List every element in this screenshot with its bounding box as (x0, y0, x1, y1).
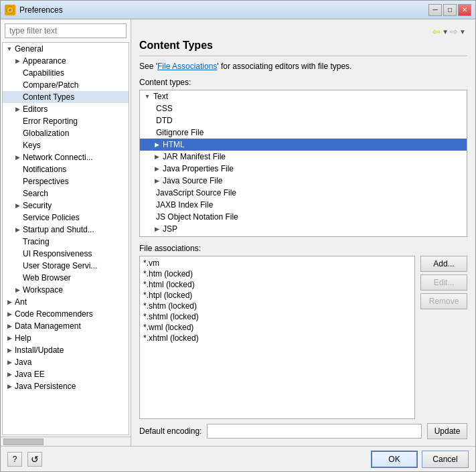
ct-row-html[interactable]: ▶ HTML (140, 139, 467, 151)
tree-item-perspectives[interactable]: ▶ Perspectives (3, 175, 129, 187)
tree-item-user-storage[interactable]: ▶ User Storage Servi... (3, 260, 129, 272)
ct-label-text: Text (152, 92, 168, 101)
tree-label-user-storage: User Storage Servi... (21, 260, 98, 271)
tree-item-java-ee[interactable]: ▶ Java EE (3, 368, 129, 380)
nav-toolbar: ⇦ ▼ ⇨ ▼ (139, 26, 467, 37)
update-button[interactable]: Update (427, 423, 467, 439)
arrow-general: ▼ (5, 45, 13, 53)
edit-button[interactable]: Edit... (420, 274, 467, 291)
tree-item-help[interactable]: ▶ Help (3, 332, 129, 344)
tree-item-startup[interactable]: ▶ Startup and Shutd... (3, 224, 129, 236)
forward-dropdown[interactable]: ▼ (459, 26, 466, 37)
ct-label-jaxb: JAXB Index File (155, 200, 213, 210)
forward-button[interactable]: ⇨ (450, 26, 458, 37)
help-icon: ? (13, 455, 17, 464)
ct-label-css: CSS (155, 104, 173, 113)
tree-item-general[interactable]: ▼ General (3, 43, 129, 55)
tree-label-java-ee: Java EE (13, 369, 46, 380)
arrow-ant: ▶ (5, 298, 13, 306)
ct-row-jar-manifest[interactable]: ▶ JAR Manifest File (140, 151, 467, 163)
tree-item-service-policies[interactable]: ▶ Service Policies (3, 212, 129, 224)
tree-item-globalization[interactable]: ▶ Globalization (3, 127, 129, 139)
panel-title: Content Types (139, 40, 467, 56)
fa-item-shtml[interactable]: *.shtml (locked) (141, 311, 413, 322)
file-assoc-list: *.vm *.htm (locked) *.html (locked) *.ht… (139, 256, 415, 419)
ct-label-gitignore: Gitignore File (155, 128, 204, 137)
ct-row-java-source[interactable]: ▶ Java Source File (140, 175, 467, 187)
bottom-bar: ? ↺ OK Cancel (1, 446, 475, 471)
ok-button[interactable]: OK (371, 451, 418, 468)
panel-description: See 'File Associations' for associating … (139, 62, 467, 71)
h-scrollbar[interactable] (1, 437, 131, 446)
fa-item-html[interactable]: *.html (locked) (141, 279, 413, 290)
tree-item-web-browser[interactable]: ▶ Web Browser (3, 272, 129, 284)
remove-button[interactable]: Remove (420, 293, 467, 309)
ct-row-java-properties[interactable]: ▶ Java Properties File (140, 163, 467, 175)
content-types-box: ▼ Text CSS DTD Gitignore File ▶ HTML ▶ (139, 90, 467, 237)
add-button[interactable]: Add... (420, 256, 467, 272)
fa-item-vm[interactable]: *.vm (141, 258, 413, 268)
filter-input[interactable] (5, 23, 127, 38)
tree-label-ant: Ant (13, 297, 28, 307)
ct-row-jaxb[interactable]: JAXB Index File (140, 199, 467, 211)
back-dropdown[interactable]: ▼ (442, 26, 449, 37)
tree-label-ui: UI Responsiveness (21, 248, 93, 259)
tree-item-search[interactable]: ▶ Search (3, 187, 129, 200)
arrow-workspace: ▶ (13, 286, 21, 294)
file-associations-link[interactable]: File Associations (157, 62, 217, 71)
tree-item-java-persistence[interactable]: ▶ Java Persistence (3, 380, 129, 392)
tree-item-network-connections[interactable]: ▶ Network Connecti... (3, 151, 129, 163)
maximize-button[interactable]: □ (443, 4, 457, 16)
tree-item-security[interactable]: ▶ Security (3, 200, 129, 212)
tree-item-ant[interactable]: ▶ Ant (3, 296, 129, 308)
ct-row-dtd[interactable]: DTD (140, 114, 467, 127)
tree-container: ▼ General ▶ Appearance ▶ Capabilities ▶ … (2, 42, 129, 435)
ct-label-java-props: Java Properties File (161, 164, 234, 173)
restore-icon: ↺ (31, 454, 39, 465)
tree-item-install-update[interactable]: ▶ Install/Update (3, 344, 129, 356)
ct-row-jsp[interactable]: ▶ JSP (140, 223, 467, 235)
fa-item-htpl[interactable]: *.htpl (locked) (141, 290, 413, 301)
tree-item-java[interactable]: ▶ Java (3, 356, 129, 368)
fa-item-shtm[interactable]: *.shtm (locked) (141, 301, 413, 311)
tree-item-compare-patch[interactable]: ▶ Compare/Patch (3, 79, 129, 91)
restore-defaults-button[interactable]: ↺ (27, 452, 42, 467)
close-button[interactable]: ✕ (458, 4, 471, 16)
tree-label-tracing: Tracing (21, 236, 51, 247)
tree-item-error-reporting[interactable]: ▶ Error Reporting (3, 115, 129, 127)
tree-item-code-recommenders[interactable]: ▶ Code Recommenders (3, 308, 129, 320)
svg-point-1 (9, 9, 11, 11)
fa-item-wml[interactable]: *.wml (locked) (141, 322, 413, 333)
tree-item-keys[interactable]: ▶ Keys (3, 139, 129, 151)
tree-item-notifications[interactable]: ▶ Notifications (3, 163, 129, 175)
encoding-label: Default encoding: (139, 426, 202, 436)
arrow-startup: ▶ (13, 226, 21, 234)
tree-item-content-types[interactable]: ▶ Content Types (3, 91, 129, 103)
back-button[interactable]: ⇦ (432, 26, 441, 37)
tree-item-data-management[interactable]: ▶ Data Management (3, 320, 129, 332)
arrow-appearance: ▶ (13, 57, 21, 65)
tree-item-appearance[interactable]: ▶ Appearance (3, 55, 129, 67)
tree-item-workspace[interactable]: ▶ Workspace (3, 284, 129, 296)
help-button[interactable]: ? (7, 452, 22, 467)
tree-label-install-update: Install/Update (13, 345, 65, 356)
encoding-input[interactable] (207, 424, 422, 439)
cancel-button[interactable]: Cancel (422, 451, 469, 468)
tree-item-capabilities[interactable]: ▶ Capabilities (3, 67, 129, 79)
fa-item-xhtml[interactable]: *.xhtml (locked) (141, 333, 413, 343)
ct-row-text[interactable]: ▼ Text (140, 90, 467, 102)
tree-label-workspace: Workspace (21, 285, 64, 295)
ct-row-css[interactable]: CSS (140, 102, 467, 114)
tree-label-editors: Editors (21, 104, 49, 114)
fa-item-htm[interactable]: *.htm (locked) (141, 268, 413, 279)
tree-item-tracing[interactable]: ▶ Tracing (3, 236, 129, 248)
tree-label-service-policies: Service Policies (21, 212, 81, 223)
ct-row-gitignore[interactable]: Gitignore File (140, 127, 467, 139)
minimize-button[interactable]: ─ (428, 4, 442, 16)
ct-row-js-source[interactable]: JavaScript Source File (140, 187, 467, 199)
tree-item-editors[interactable]: ▶ Editors (3, 103, 129, 115)
tree-label-help: Help (13, 333, 33, 343)
tree-item-ui-responsiveness[interactable]: ▶ UI Responsiveness (3, 248, 129, 260)
tree-label-appearance: Appearance (21, 56, 68, 66)
ct-row-json[interactable]: JS Object Notation File (140, 211, 467, 223)
